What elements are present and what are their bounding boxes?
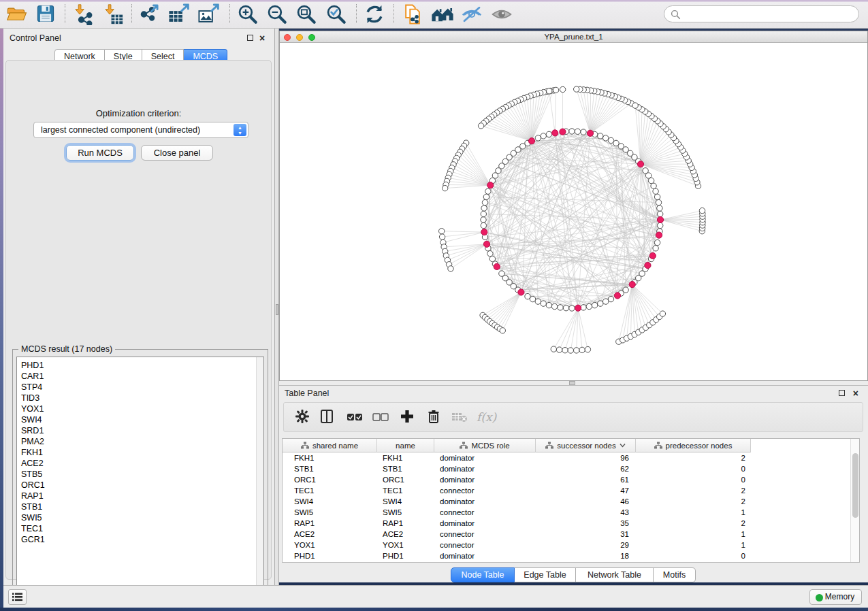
search-input[interactable]: [684, 7, 854, 20]
open-folder-icon: [5, 3, 27, 24]
result-node-item[interactable]: GCR1: [17, 534, 263, 545]
criterion-select[interactable]: largest connected component (undirected)…: [33, 122, 248, 138]
zoom-out-icon: [266, 3, 288, 25]
zoom-selected-button[interactable]: [325, 3, 349, 25]
result-node-item[interactable]: ORC1: [17, 480, 263, 491]
table-scrollbar[interactable]: [850, 439, 859, 562]
cell-predecessor-nodes: 0: [636, 474, 751, 485]
desktop-wallpaper: [0, 608, 868, 611]
tab-node-table[interactable]: Node Table: [451, 567, 515, 582]
result-node-item[interactable]: SWI5: [17, 512, 263, 523]
zoom-out-button[interactable]: [266, 3, 289, 25]
control-panel-title: Control Panel: [10, 33, 61, 43]
first-neighbors-button[interactable]: [430, 3, 453, 25]
float-panel-icon[interactable]: [247, 35, 253, 41]
column-label: shared name: [312, 442, 358, 450]
mcds-result-box: MCDS result (17 nodes) PHD1CAR1STP4TID3Y…: [12, 349, 268, 602]
table-row[interactable]: SWI5SWI5connector431: [283, 507, 859, 518]
zoom-fit-icon: [295, 3, 317, 25]
cell-MCDS-role: dominator: [434, 518, 536, 529]
close-panel-button[interactable]: Close panel: [141, 145, 213, 161]
result-node-item[interactable]: STB5: [17, 469, 263, 480]
network-canvas[interactable]: [280, 43, 867, 380]
cell-predecessor-nodes: 0: [636, 463, 751, 474]
column-header-name[interactable]: name: [377, 439, 434, 452]
tab-motifs[interactable]: Motifs: [654, 567, 696, 582]
splitter-grip[interactable]: [276, 304, 278, 315]
cell-name: PHD1: [377, 550, 434, 561]
refresh-view-button[interactable]: [364, 3, 387, 25]
table-row[interactable]: PHD1PHD1dominator180: [283, 550, 859, 561]
column-header-MCDS-role[interactable]: MCDS role: [434, 439, 536, 452]
column-header-successor-nodes[interactable]: successor nodes: [536, 439, 636, 452]
mcds-result-list: PHD1CAR1STP4TID3YOX1SWI4SRD1PMA2FKH1ACE2…: [16, 357, 264, 598]
deselect-all-button[interactable]: [372, 408, 387, 426]
close-panel-icon[interactable]: ×: [853, 390, 858, 397]
import-network-button[interactable]: [72, 3, 95, 25]
delete-table-button[interactable]: [451, 408, 466, 426]
result-node-item[interactable]: PHD1: [17, 360, 263, 371]
table-row[interactable]: SWI4SWI4dominator462: [283, 496, 859, 507]
export-network-icon: [139, 3, 161, 25]
table-row[interactable]: ORC1ORC1dominator610: [283, 474, 859, 485]
show-columns-button[interactable]: [320, 408, 335, 426]
result-node-item[interactable]: ACE2: [17, 458, 263, 469]
open-file-button[interactable]: [5, 3, 29, 25]
table-row[interactable]: TEC1TEC1connector472: [283, 485, 859, 496]
duplicate-network-button[interactable]: [402, 3, 425, 25]
tab-network-table[interactable]: Network Table: [576, 567, 654, 582]
tab-edge-table[interactable]: Edge Table: [515, 567, 576, 582]
memory-button[interactable]: Memory: [809, 589, 862, 605]
result-node-item[interactable]: YOX1: [17, 403, 263, 414]
result-node-item[interactable]: PMA2: [17, 436, 263, 447]
result-node-item[interactable]: SWI4: [17, 414, 263, 425]
save-session-button[interactable]: [35, 3, 59, 25]
function-builder-button[interactable]: f(x): [477, 408, 500, 426]
add-row-button[interactable]: [400, 408, 415, 426]
result-node-item[interactable]: TID3: [17, 393, 263, 403]
zoom-in-button[interactable]: [237, 3, 260, 25]
zoom-fit-button[interactable]: [295, 3, 319, 25]
column-label: successor nodes: [557, 442, 615, 450]
show-all-button[interactable]: [490, 3, 513, 25]
result-node-item[interactable]: STB1: [17, 501, 263, 512]
network-graph[interactable]: [280, 43, 867, 380]
application-window: Control Panel × NetworkStyleSelectMCDS O…: [0, 0, 868, 611]
gear-icon: [295, 408, 310, 425]
float-panel-icon[interactable]: [839, 390, 845, 396]
close-panel-icon[interactable]: ×: [259, 35, 265, 42]
run-mcds-button[interactable]: Run MCDS: [66, 145, 134, 161]
result-node-item[interactable]: SRD1: [17, 425, 263, 436]
result-node-item[interactable]: FKH1: [17, 447, 263, 458]
result-node-item[interactable]: RAP1: [17, 491, 263, 501]
result-node-item[interactable]: STP4: [17, 382, 263, 393]
network-window-titlebar[interactable]: YPA_prune.txt_1: [280, 31, 867, 43]
export-image-button[interactable]: [197, 3, 221, 25]
export-network-button[interactable]: [139, 3, 162, 25]
column-header-shared-name[interactable]: shared name: [283, 439, 377, 452]
hide-selected-button[interactable]: [460, 3, 483, 25]
table-tabs: Node TableEdge TableNetwork TableMotifs: [451, 567, 696, 582]
select-all-button[interactable]: [347, 408, 361, 426]
table-row[interactable]: ACE2ACE2connector311: [283, 529, 859, 540]
table-settings-button[interactable]: [295, 408, 310, 426]
duplicate-network-icon: [402, 3, 423, 25]
column-label: name: [396, 442, 415, 450]
table-row[interactable]: STB1STB1dominator620: [283, 463, 859, 474]
column-header-predecessor-nodes[interactable]: predecessor nodes: [636, 439, 751, 452]
result-node-item[interactable]: CAR1: [17, 371, 263, 382]
scrollbar-thumb[interactable]: [852, 453, 858, 518]
result-list-scrollbar[interactable]: [256, 357, 263, 597]
table-row[interactable]: YOX1YOX1connector291: [283, 540, 859, 550]
houses-icon: [430, 3, 455, 25]
table-row[interactable]: FKH1FKH1dominator962: [283, 452, 859, 463]
import-table-button[interactable]: [102, 3, 125, 25]
attribute-type-icon: [460, 442, 468, 449]
export-table-button[interactable]: [167, 3, 191, 25]
delete-row-button[interactable]: [427, 408, 442, 426]
cell-MCDS-role: dominator: [434, 496, 536, 507]
task-history-button[interactable]: [8, 589, 27, 605]
table-row[interactable]: RAP1RAP1dominator352: [283, 518, 859, 529]
result-node-item[interactable]: TEC1: [17, 523, 263, 534]
vertical-splitter[interactable]: [274, 29, 279, 585]
